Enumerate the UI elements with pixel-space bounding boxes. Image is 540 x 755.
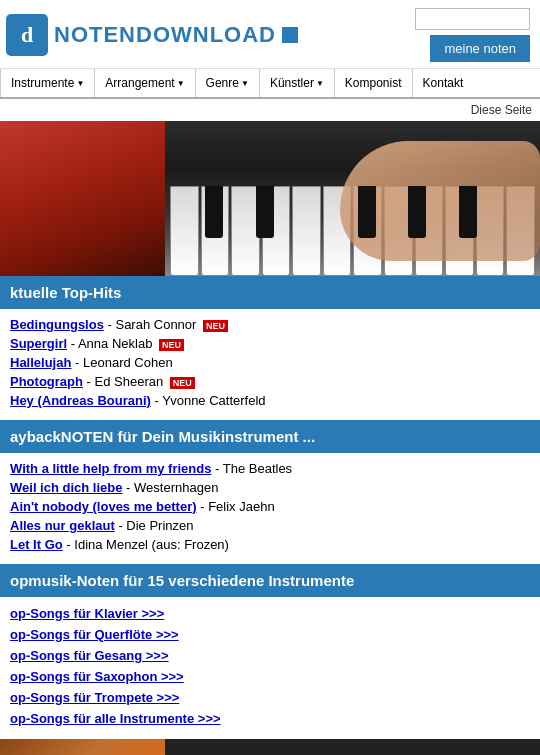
song-link-with-a-little[interactable]: With a little help from my friends	[10, 461, 211, 476]
nav-label-instrumente: Instrumente	[11, 76, 74, 90]
link-item: op-Songs für Gesang >>>	[10, 645, 530, 666]
nav-arrow-kuenstler: ▼	[316, 79, 324, 88]
separator: -	[126, 480, 134, 495]
link-trompete[interactable]: op-Songs für Trompete >>>	[10, 690, 179, 705]
artist-name: Sarah Connor	[115, 317, 196, 332]
artist-name: Anna Neklab	[78, 336, 152, 351]
song-link-let-it-go[interactable]: Let It Go	[10, 537, 63, 552]
list-item: Ain't nobody (loves me better) - Felix J…	[10, 497, 530, 516]
bottom-images: ♪	[0, 739, 540, 755]
link-gesang[interactable]: op-Songs für Gesang >>>	[10, 648, 169, 663]
nav-arrow-instrumente: ▼	[76, 79, 84, 88]
top-hits-list: Bedingungslos - Sarah Connor NEU Supergi…	[0, 309, 540, 420]
logo-icon: d	[6, 14, 48, 56]
logo-square	[282, 27, 298, 43]
artist-name: Ed Sheeran	[95, 374, 164, 389]
search-input[interactable]	[415, 8, 530, 30]
link-item: op-Songs für Klavier >>>	[10, 603, 530, 624]
list-item: Weil ich dich liebe - Westernhagen	[10, 478, 530, 497]
top-hits-label: ktuelle Top-Hits	[10, 284, 121, 301]
list-item: Supergirl - Anna Neklab NEU	[10, 334, 530, 353]
nav-item-komponist[interactable]: Komponist	[335, 69, 413, 97]
popmusik-label: opmusik-Noten für 15 verschiedene Instru…	[10, 572, 354, 589]
logo-container: d NOTENDOWNLOAD	[6, 14, 415, 56]
hero-left	[0, 121, 165, 276]
top-hits-section: ktuelle Top-Hits Bedingungslos - Sarah C…	[0, 276, 540, 420]
nav-label-kontakt: Kontakt	[423, 76, 464, 90]
new-badge: NEU	[203, 320, 228, 332]
separator: -	[71, 336, 78, 351]
link-querflote[interactable]: op-Songs für Querflöte >>>	[10, 627, 179, 642]
list-item: Hey (Andreas Bourani) - Yvonne Catterfel…	[10, 391, 530, 410]
song-link-weil[interactable]: Weil ich dich liebe	[10, 480, 122, 495]
diese-seite-bar: Diese Seite	[0, 99, 540, 121]
new-badge: NEU	[159, 339, 184, 351]
nav-label-genre: Genre	[206, 76, 239, 90]
nav-item-arrangement[interactable]: Arrangement ▼	[95, 69, 195, 97]
song-link-hey[interactable]: Hey (Andreas Bourani)	[10, 393, 151, 408]
nav-label-kuenstler: Künstler	[270, 76, 314, 90]
nav-arrow-genre: ▼	[241, 79, 249, 88]
song-link-supergirl[interactable]: Supergirl	[10, 336, 67, 351]
link-klavier[interactable]: op-Songs für Klavier >>>	[10, 606, 164, 621]
nav-arrow-arrangement: ▼	[177, 79, 185, 88]
list-item: Alles nur geklaut - Die Prinzen	[10, 516, 530, 535]
hand-overlay	[340, 141, 540, 261]
artist-name: The Beatles	[223, 461, 292, 476]
bottom-image-2: ♪	[165, 739, 540, 755]
new-badge: NEU	[170, 377, 195, 389]
list-item: Bedingungslos - Sarah Connor NEU	[10, 315, 530, 334]
hero-image	[0, 121, 540, 276]
artist-name: Westernhagen	[134, 480, 218, 495]
popmusik-links: op-Songs für Klavier >>> op-Songs für Qu…	[0, 597, 540, 739]
artist-name: Idina Menzel (aus: Frozen)	[74, 537, 229, 552]
header-right: meine noten	[415, 8, 530, 62]
song-link-aint[interactable]: Ain't nobody (loves me better)	[10, 499, 197, 514]
nav-label-arrangement: Arrangement	[105, 76, 174, 90]
playback-section: aybackNOTEN für Dein Musikinstrument ...…	[0, 420, 540, 564]
song-link-bedingungslos[interactable]: Bedingungslos	[10, 317, 104, 332]
link-alle-instrumente[interactable]: op-Songs für alle Instrumente >>>	[10, 711, 221, 726]
nav-label-komponist: Komponist	[345, 76, 402, 90]
nav-item-kontakt[interactable]: Kontakt	[413, 69, 474, 97]
link-item: op-Songs für Querflöte >>>	[10, 624, 530, 645]
artist-name: Die Prinzen	[126, 518, 193, 533]
list-item: With a little help from my friends - The…	[10, 459, 530, 478]
popmusik-section: opmusik-Noten für 15 verschiedene Instru…	[0, 564, 540, 739]
nav-item-kuenstler[interactable]: Künstler ▼	[260, 69, 335, 97]
list-item: Let It Go - Idina Menzel (aus: Frozen)	[10, 535, 530, 554]
artist-name: Yvonne Catterfeld	[162, 393, 265, 408]
link-item: op-Songs für alle Instrumente >>>	[10, 708, 530, 729]
separator: -	[75, 355, 83, 370]
logo-d-letter: d	[21, 24, 33, 46]
top-hits-header: ktuelle Top-Hits	[0, 276, 540, 309]
artist-name: Leonard Cohen	[83, 355, 173, 370]
nav-item-instrumente[interactable]: Instrumente ▼	[0, 69, 95, 97]
list-item: Hallelujah - Leonard Cohen	[10, 353, 530, 372]
separator: -	[200, 499, 208, 514]
nav-bar: Instrumente ▼ Arrangement ▼ Genre ▼ Küns…	[0, 69, 540, 99]
header: d NOTENDOWNLOAD meine noten	[0, 0, 540, 69]
list-item: Photograph - Ed Sheeran NEU	[10, 372, 530, 391]
meine-noten-button[interactable]: meine noten	[430, 35, 530, 62]
hero-piano	[165, 121, 540, 276]
song-link-photograph[interactable]: Photograph	[10, 374, 83, 389]
artist-name: Felix Jaehn	[208, 499, 274, 514]
nav-item-genre[interactable]: Genre ▼	[196, 69, 260, 97]
separator: -	[87, 374, 95, 389]
diese-seite-text: Diese Seite	[471, 103, 532, 117]
link-item: op-Songs für Trompete >>>	[10, 687, 530, 708]
separator: -	[215, 461, 223, 476]
link-item: op-Songs für Saxophon >>>	[10, 666, 530, 687]
link-saxophon[interactable]: op-Songs für Saxophon >>>	[10, 669, 184, 684]
song-link-alles[interactable]: Alles nur geklaut	[10, 518, 115, 533]
playback-header: aybackNOTEN für Dein Musikinstrument ...	[0, 420, 540, 453]
playback-label: aybackNOTEN für Dein Musikinstrument ...	[10, 428, 315, 445]
song-link-hallelujah[interactable]: Hallelujah	[10, 355, 71, 370]
playback-list: With a little help from my friends - The…	[0, 453, 540, 564]
logo-text: NOTENDOWNLOAD	[54, 22, 276, 48]
popmusik-header: opmusik-Noten für 15 verschiedene Instru…	[0, 564, 540, 597]
bottom-image-1	[0, 739, 165, 755]
